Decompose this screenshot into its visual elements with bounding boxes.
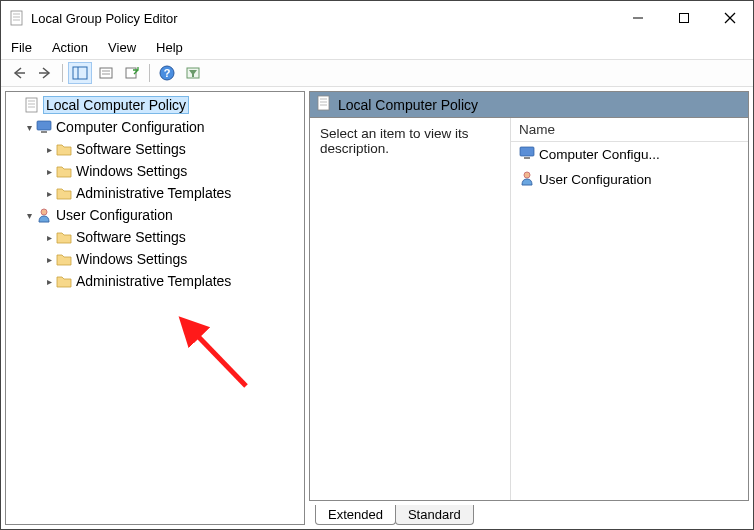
tree-root[interactable]: Local Computer Policy xyxy=(6,94,304,116)
tree-label: Software Settings xyxy=(76,141,186,157)
folder-icon xyxy=(56,273,72,289)
svg-rect-17 xyxy=(100,68,112,78)
chevron-right-icon[interactable]: ▸ xyxy=(42,232,56,243)
help-button[interactable] xyxy=(155,62,179,84)
description-text: Select an item to view its description. xyxy=(320,126,469,156)
menu-file[interactable]: File xyxy=(7,38,36,57)
tree-label: Software Settings xyxy=(76,229,186,245)
main-body: Local Computer Policy ▾ Computer Configu… xyxy=(1,87,753,529)
content-body: Select an item to view its description. … xyxy=(310,118,748,500)
tree-label: Windows Settings xyxy=(76,163,187,179)
chevron-down-icon[interactable]: ▾ xyxy=(22,122,36,133)
toolbar xyxy=(1,59,753,87)
menu-view[interactable]: View xyxy=(104,38,140,57)
tree-windows-settings[interactable]: ▸ Windows Settings xyxy=(6,248,304,270)
properties-button[interactable] xyxy=(94,62,118,84)
tree-label: Administrative Templates xyxy=(76,185,231,201)
toolbar-separator xyxy=(62,64,63,82)
tree-software-settings[interactable]: ▸ Software Settings xyxy=(6,138,304,160)
tree-label: Windows Settings xyxy=(76,251,187,267)
minimize-button[interactable] xyxy=(615,1,661,35)
tree-label: Computer Configuration xyxy=(56,119,205,135)
user-icon xyxy=(36,207,52,223)
maximize-button[interactable] xyxy=(661,1,707,35)
svg-rect-10 xyxy=(680,14,689,23)
export-button[interactable] xyxy=(120,62,144,84)
tree-software-settings[interactable]: ▸ Software Settings xyxy=(6,226,304,248)
tree-windows-settings[interactable]: ▸ Windows Settings xyxy=(6,160,304,182)
forward-button[interactable] xyxy=(33,62,57,84)
folder-icon xyxy=(56,251,72,267)
close-button[interactable] xyxy=(707,1,753,35)
tree-administrative-templates[interactable]: ▸ Administrative Templates xyxy=(6,270,304,292)
chevron-right-icon[interactable]: ▸ xyxy=(42,166,56,177)
toolbar-separator xyxy=(149,64,150,82)
list-item[interactable]: User Configuration xyxy=(511,167,748,192)
tree-label: User Configuration xyxy=(56,207,173,223)
show-tree-button[interactable] xyxy=(68,62,92,84)
back-button[interactable] xyxy=(7,62,31,84)
right-pane: Local Computer Policy Select an item to … xyxy=(309,91,749,525)
menubar: File Action View Help xyxy=(1,35,753,59)
tree-label: Local Computer Policy xyxy=(44,97,188,113)
svg-rect-15 xyxy=(73,67,87,79)
tree-computer-configuration[interactable]: ▾ Computer Configuration xyxy=(6,116,304,138)
content-frame: Local Computer Policy Select an item to … xyxy=(309,91,749,501)
chevron-right-icon[interactable]: ▸ xyxy=(42,188,56,199)
chevron-right-icon[interactable]: ▸ xyxy=(42,144,56,155)
tree-administrative-templates[interactable]: ▸ Administrative Templates xyxy=(6,182,304,204)
view-tabs: Extended Standard xyxy=(309,501,749,525)
tree-pane[interactable]: Local Computer Policy ▾ Computer Configu… xyxy=(5,91,305,525)
list-column: Name Computer Configu... User Configurat… xyxy=(510,118,748,500)
menu-help[interactable]: Help xyxy=(152,38,187,57)
tab-extended[interactable]: Extended xyxy=(315,505,396,525)
folder-icon xyxy=(56,141,72,157)
window-title: Local Group Policy Editor xyxy=(31,11,615,26)
tree-label: Administrative Templates xyxy=(76,273,231,289)
list-item-label: Computer Configu... xyxy=(539,147,660,162)
folder-icon xyxy=(56,185,72,201)
application-window: Local Group Policy Editor File Action Vi… xyxy=(0,0,754,530)
computer-icon xyxy=(36,119,52,135)
folder-icon xyxy=(56,229,72,245)
tab-standard[interactable]: Standard xyxy=(395,505,474,525)
content-title: Local Computer Policy xyxy=(338,97,478,113)
titlebar: Local Group Policy Editor xyxy=(1,1,753,35)
list-header-name[interactable]: Name xyxy=(511,118,748,142)
tree-user-configuration[interactable]: ▾ User Configuration xyxy=(6,204,304,226)
user-icon xyxy=(519,170,535,189)
chevron-right-icon[interactable]: ▸ xyxy=(42,254,56,265)
folder-icon xyxy=(56,163,72,179)
list-item-label: User Configuration xyxy=(539,172,652,187)
chevron-down-icon[interactable]: ▾ xyxy=(22,210,36,221)
app-icon xyxy=(9,10,25,26)
chevron-right-icon[interactable]: ▸ xyxy=(42,276,56,287)
document-icon xyxy=(24,97,40,113)
document-icon xyxy=(316,95,332,114)
computer-icon xyxy=(519,145,535,164)
description-column: Select an item to view its description. xyxy=(310,118,510,500)
list-item[interactable]: Computer Configu... xyxy=(511,142,748,167)
content-header: Local Computer Policy xyxy=(310,92,748,118)
filter-button[interactable] xyxy=(181,62,205,84)
menu-action[interactable]: Action xyxy=(48,38,92,57)
